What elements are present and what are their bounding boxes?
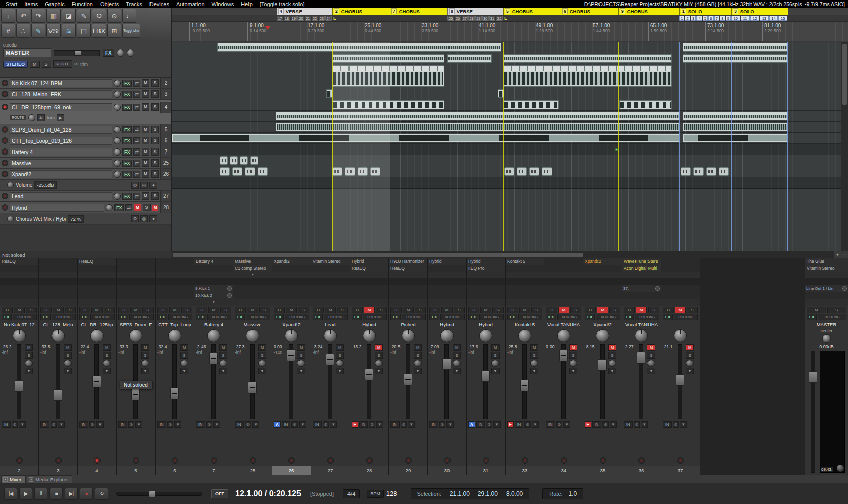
fx-slot[interactable] [117, 258, 155, 265]
zoom-out-button[interactable]: − [841, 251, 848, 258]
master-envelope-icon[interactable]: ≋ [74, 61, 78, 67]
strip-trim-knob[interactable] [647, 360, 655, 367]
phase-button[interactable]: ⊘ [291, 421, 298, 428]
master-track-panel[interactable]: 0.00dB MASTER FX STEREO M S ROUTE ≋ trim [0, 42, 171, 78]
send-slot[interactable] [156, 292, 194, 299]
fx-env-arrow-icon[interactable]: ▼ [174, 421, 181, 428]
phase-button[interactable]: ⊘ [524, 421, 531, 428]
strip-number[interactable]: 26 [272, 466, 311, 475]
strip-env-arrow-icon[interactable]: ▼ [25, 368, 33, 374]
strip-solo-button[interactable]: S [687, 307, 698, 313]
strip-fader-handle[interactable] [15, 380, 23, 392]
strip-env-arrow-icon[interactable]: ▼ [686, 368, 694, 374]
strip-solo-button[interactable]: S [259, 307, 270, 313]
strip-fader-handle[interactable] [92, 376, 101, 387]
strip-record-arm-button[interactable] [366, 457, 373, 464]
strip-solo2-button[interactable]: S [180, 352, 188, 359]
strip-env-arrow-icon[interactable]: ▼ [569, 368, 577, 374]
off-button[interactable]: OFF [211, 489, 228, 498]
master-stereo-button[interactable]: STEREO [3, 61, 28, 68]
strip-fader-handle[interactable] [170, 388, 179, 399]
send-slot[interactable]: Line Out 1 / Lin [805, 285, 848, 292]
phase-button[interactable]: ⊘ [634, 421, 640, 428]
strip-mute-button[interactable]: M [403, 307, 414, 313]
strip-env-arrow-icon[interactable]: ▼ [180, 368, 188, 374]
strip-mute2-button[interactable]: M [180, 344, 188, 351]
fx-slot[interactable]: Battery 4 [194, 258, 233, 265]
arrange-row-chorus-wet-mix-hybi[interactable] [172, 177, 841, 189]
send-knob[interactable] [842, 286, 847, 291]
redo-icon[interactable]: ↷ [31, 9, 45, 23]
send-slot[interactable] [311, 292, 350, 299]
arrange-row-track-2[interactable] [172, 42, 841, 53]
master-route-button[interactable]: ROUTE [53, 60, 72, 68]
strip-number[interactable]: 5 [117, 466, 155, 475]
media-item[interactable] [276, 112, 680, 120]
send-slot[interactable] [311, 285, 350, 292]
region-1-solo[interactable]: 1SOLO [679, 8, 731, 15]
strip-fx-button[interactable]: FX [2, 314, 12, 320]
strip-number[interactable]: 7 [194, 466, 233, 475]
strip-solo2-button[interactable]: S [258, 352, 266, 359]
strip-env-arrow-icon[interactable]: ▼ [453, 368, 461, 374]
record-arm-button[interactable] [2, 160, 8, 166]
master-width-knob[interactable] [127, 49, 134, 57]
input-button[interactable]: IN [118, 421, 127, 428]
region-5-chorus[interactable]: 5CHORUS [503, 8, 561, 15]
arrange-row-track-7[interactable] [172, 111, 841, 122]
draw-tool-icon[interactable]: ✎ [77, 9, 91, 23]
fx-slot[interactable]: Hybrid [428, 258, 466, 265]
strip-routing-button[interactable]: ROUTING [479, 314, 504, 320]
strip-pan-knob[interactable] [13, 329, 26, 342]
strip-number[interactable]: 30 [428, 466, 466, 475]
strip-fader[interactable] [639, 344, 643, 419]
solo-button[interactable]: S [151, 148, 159, 156]
mute-button[interactable]: M [142, 137, 149, 144]
mute-button[interactable]: M [134, 204, 141, 211]
marker-chip[interactable]: 13 [760, 16, 769, 21]
fx-env-arrow-icon[interactable]: ▼ [376, 421, 383, 428]
media-item[interactable] [503, 65, 672, 87]
vst-icon[interactable]: VSt [46, 24, 61, 38]
send-slot[interactable]: 37: [622, 285, 661, 292]
phase-button[interactable]: ⊘ [206, 421, 213, 428]
menu-item-items[interactable]: Items [21, 1, 41, 7]
strip-record-arm-button[interactable] [55, 457, 62, 464]
mute-button[interactable]: M [142, 79, 149, 87]
fx-env-arrow-icon[interactable]: ▼ [446, 421, 454, 428]
io-button[interactable]: ⇄ [133, 91, 140, 98]
input-button[interactable]: IN [546, 421, 555, 428]
marker-chip[interactable]: 27 [462, 16, 468, 21]
strip-solo2-button[interactable]: S [25, 352, 33, 359]
io-button[interactable]: ⇄ [133, 148, 140, 156]
strip-fader-handle[interactable] [442, 358, 451, 370]
pan-knob[interactable] [114, 171, 121, 178]
strip-fader[interactable] [483, 344, 488, 419]
strip-env-arrow-icon[interactable]: ▼ [375, 368, 383, 374]
go-to-start-button[interactable]: |◀ [4, 488, 17, 500]
playrate-slider[interactable] [116, 492, 202, 496]
send-slot[interactable] [506, 292, 544, 299]
send-slot[interactable] [233, 285, 272, 292]
strip-fader-handle[interactable] [326, 354, 334, 365]
phase-button[interactable]: ⊘ [89, 421, 96, 428]
phase-button[interactable]: ⊘ [323, 421, 329, 428]
strip-solo-button[interactable]: S [648, 307, 659, 313]
envelope-button[interactable]: ≋ [37, 114, 45, 121]
media-item[interactable] [332, 167, 342, 176]
selection-end[interactable]: 29.1.00 [478, 490, 498, 497]
marker-chip[interactable]: 8 [720, 16, 725, 21]
strip-fader[interactable] [328, 344, 332, 419]
send-slot[interactable] [156, 285, 194, 292]
fx-slot[interactable]: H910 Harmonizer [389, 258, 427, 265]
strip-routing-button[interactable]: ROUTING [168, 314, 192, 320]
fx-slot[interactable] [661, 265, 700, 272]
master-fader-handle[interactable] [74, 51, 81, 56]
input-button[interactable]: IN [515, 421, 524, 428]
send-slot[interactable] [661, 292, 700, 299]
strip-mute-button[interactable]: M [130, 307, 141, 313]
fx-slot[interactable] [39, 265, 77, 272]
strip-mute-button[interactable]: M [636, 307, 647, 313]
io-button[interactable]: ⇄ [133, 80, 140, 87]
strip-solo2-button[interactable]: S [141, 352, 149, 359]
